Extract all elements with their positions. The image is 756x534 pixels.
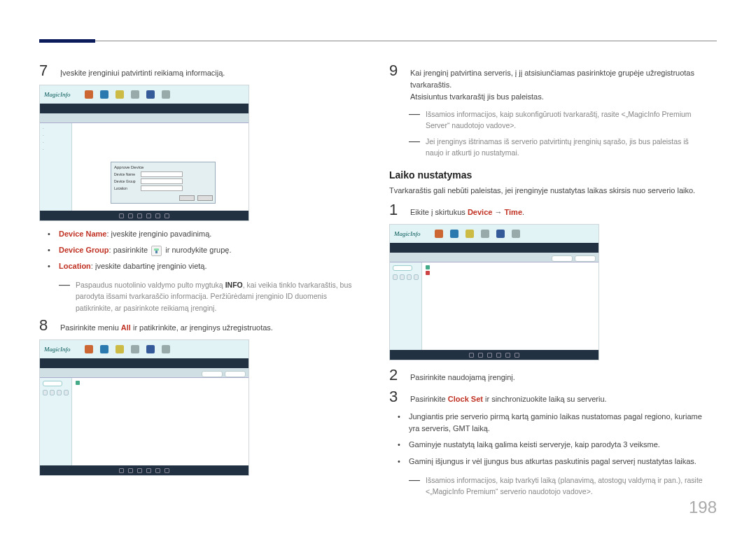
pill-b[interactable] (225, 371, 246, 377)
dash-icon: ― (409, 475, 420, 498)
step-text: Kai įrenginį patvirtina serveris, į jį a… (410, 63, 708, 103)
step-number: 7 (39, 63, 52, 78)
note-text: Išsamios informacijos, kaip tvarkyti lai… (426, 475, 708, 498)
ss-search-pills (202, 371, 246, 377)
ss-darkbar (40, 104, 248, 113)
bullet-change-on-server: Gaminyje nustatytą laiką galima keisti s… (402, 439, 708, 451)
approve-dialog: Approve Device Device Name Device Group … (111, 162, 216, 204)
bullet-device-name: Device Name: įveskite įrenginio pavadini… (52, 228, 358, 240)
step-number: 8 (39, 318, 52, 333)
side-mini-icons (43, 390, 69, 395)
text-location: : įveskite dabartinę įrenginio vietą. (91, 262, 207, 270)
time-bullets: Jungiantis prie serverio pirmą kartą gam… (389, 411, 708, 467)
right-column: 9 Kai įrenginį patvirtina serveris, į jį… (389, 63, 708, 501)
step-number: 9 (389, 63, 402, 78)
ss-top-icons (435, 230, 520, 238)
dash-icon: ― (409, 136, 420, 159)
ss-sidebar: ···· (40, 123, 72, 211)
label-location: Location (59, 262, 91, 270)
side-mini-icons (393, 274, 419, 280)
step-number: 3 (389, 389, 402, 405)
pill-b[interactable] (575, 255, 596, 262)
ss-toolbar (390, 253, 598, 262)
screenshot-device-time: MagicInfo (389, 224, 599, 360)
ss-top-icons (85, 90, 170, 99)
time-intro: Tvarkaraštis gali nebūti paleistas, jei … (389, 185, 708, 197)
step-text: Pasirinkite meniu All ir patikrinkite, a… (60, 318, 273, 334)
bullet-gmt: Jungiantis prie serverio pirmą kartą gam… (402, 411, 708, 435)
ss-topband: MagicInfo (40, 340, 248, 358)
step-7: 7 Įveskite įrenginiui patvirtinti reikia… (39, 63, 358, 79)
screenshot-approve-dialog: MagicInfo ···· Approve Device Device Nam… (39, 85, 249, 221)
side-chip[interactable] (43, 381, 62, 386)
note-text: Išsamios informacijos, kaip sukonfigūruo… (426, 108, 708, 132)
bullet-device-group: Device Group: pasirinkite ir nurodykite … (52, 244, 358, 256)
step-2: 2 Pasirinkite naudojamą įrenginį. (389, 367, 708, 384)
note-info-button: ― Paspaudus nuotolinio valdymo pulto myg… (39, 279, 358, 314)
step-number: 2 (389, 367, 402, 383)
ss-darkbar (40, 358, 248, 368)
ss-body (390, 262, 598, 350)
ss-toolbar (40, 113, 248, 123)
step-number: 1 (389, 202, 402, 218)
left-column: 7 Įveskite įrenginiui patvirtinti reikia… (39, 63, 358, 483)
ss-main (422, 262, 598, 350)
ss-body: ···· Approve Device Device Name Device G… (40, 123, 248, 211)
ss-footer (40, 211, 248, 220)
step7-bullets: Device Name: įveskite įrenginio pavadini… (39, 228, 358, 272)
step-text: Pasirinkite naudojamą įrenginį. (410, 367, 515, 384)
dialog-title: Approve Device (114, 165, 212, 169)
ss-main: Approve Device Device Name Device Group … (72, 123, 248, 211)
page-number: 198 (689, 498, 717, 517)
ss-darkbar (390, 243, 598, 253)
note-device-removed: ― Jei įrenginys ištrinamas iš serverio p… (389, 136, 708, 159)
ss-top-icons (85, 345, 170, 353)
dash-icon: ― (59, 279, 70, 314)
ss-main (72, 378, 248, 465)
step-text: Eikite į skirtukus Device → Time. (410, 202, 524, 218)
ss-toolbar (40, 368, 248, 378)
ss-body (40, 378, 248, 465)
step-3: 3 Pasirinkite Clock Set ir sinchronizuok… (389, 389, 708, 405)
dlg-input-location[interactable] (141, 185, 183, 191)
ss-logo: MagicInfo (394, 230, 421, 237)
ss-sidebar (390, 262, 422, 350)
pill-a[interactable] (552, 255, 573, 262)
note-schedule-config: ― Išsamios informacijos, kaip sukonfigūr… (389, 108, 708, 132)
dlg-input-name[interactable] (141, 171, 183, 177)
group-picker-icon[interactable] (151, 246, 162, 256)
note-text: Paspaudus nuotolinio valdymo pulto mygtu… (76, 279, 358, 314)
bullet-location: Location: įveskite dabartinę įrenginio v… (52, 260, 358, 272)
dlg-label-group: Device Group (114, 179, 138, 183)
dlg-input-group[interactable] (141, 178, 183, 184)
note-time-manage: ― Išsamios informacijos, kaip tvarkyti l… (389, 475, 708, 498)
dlg-cancel-button[interactable] (197, 195, 213, 201)
step-8: 8 Pasirinkite meniu All ir patikrinkite,… (39, 318, 358, 334)
dlg-ok-button[interactable] (179, 195, 195, 201)
screenshot-all-list: MagicInfo (39, 339, 249, 476)
ss-sidebar (40, 378, 72, 465)
ss-topband: MagicInfo (40, 85, 248, 104)
dlg-label-name: Device Name (114, 172, 138, 176)
note-text: Jei įrenginys ištrinamas iš serverio pat… (426, 136, 708, 159)
side-chip[interactable] (393, 265, 412, 271)
pill-a[interactable] (202, 371, 223, 377)
ss-topband: MagicInfo (390, 225, 598, 243)
ss-footer (40, 465, 248, 475)
text-device-group-pre: : pasirinkite (109, 246, 150, 254)
ss-search-pills (552, 255, 596, 262)
bullet-restore-last: Gaminį išjungus ir vėl įjungus bus atkur… (402, 456, 708, 468)
heading-time-setting: Laiko nustatymas (389, 169, 708, 181)
step-text: Pasirinkite Clock Set ir sinchronizuokit… (410, 389, 607, 405)
dash-icon: ― (409, 108, 420, 132)
text-device-group-post: ir nurodykite grupę. (163, 246, 231, 254)
step-9: 9 Kai įrenginį patvirtina serveris, į jį… (389, 63, 708, 103)
text-device-name: : įveskite įrenginio pavadinimą. (107, 230, 212, 238)
label-device-name: Device Name (59, 230, 107, 238)
ss-logo: MagicInfo (44, 91, 71, 98)
header-accent (39, 39, 95, 43)
step-1: 1 Eikite į skirtukus Device → Time. (389, 202, 708, 218)
ss-logo: MagicInfo (44, 346, 71, 353)
label-device-group: Device Group (59, 246, 109, 254)
ss-footer (390, 350, 598, 360)
